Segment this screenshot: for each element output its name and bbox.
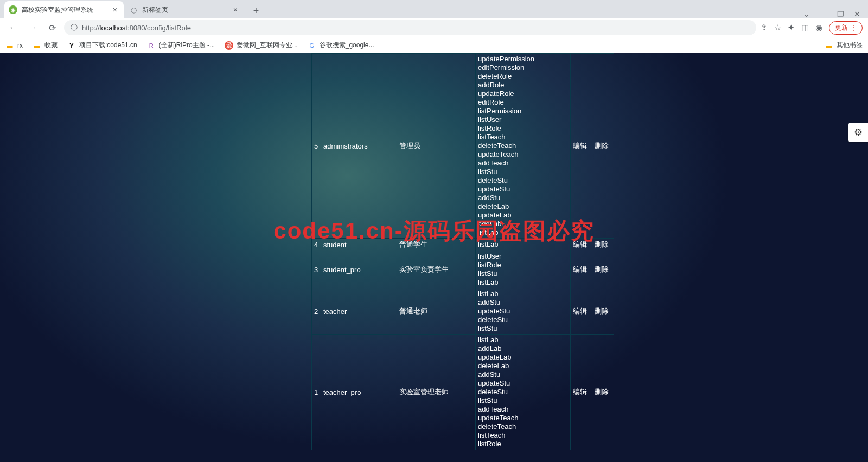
permission-item: addStu bbox=[478, 370, 568, 379]
tab-title: 新标签页 bbox=[142, 5, 168, 15]
site-icon: G bbox=[308, 41, 316, 50]
role-desc-cell: 实验室负责学生 bbox=[397, 251, 476, 288]
bookmark-label: (全新)RiPro主题 -... bbox=[159, 41, 215, 50]
menu-dots-icon: ⋮ bbox=[850, 24, 857, 31]
role-id-cell: 1 bbox=[312, 335, 321, 450]
info-icon: ⓘ bbox=[71, 23, 78, 33]
new-tab-button[interactable]: + bbox=[248, 3, 264, 18]
edit-link[interactable]: 编辑 bbox=[573, 265, 587, 273]
permission-item: listLab bbox=[478, 290, 568, 298]
role-perms-cell: listLabaddStuupdateStudeleteStulistStu bbox=[476, 288, 571, 335]
permission-item: addStu bbox=[478, 194, 568, 202]
other-bookmarks[interactable]: ▬其他书签 bbox=[825, 41, 863, 50]
permission-item: addLab bbox=[478, 344, 568, 353]
edit-link[interactable]: 编辑 bbox=[573, 240, 587, 248]
bookmark-label: rx bbox=[17, 42, 23, 49]
close-window-icon[interactable]: ✕ bbox=[854, 10, 860, 18]
role-id-cell: 3 bbox=[312, 251, 321, 288]
share-icon[interactable]: ⇪ bbox=[761, 23, 768, 33]
edit-cell: 编辑 bbox=[571, 239, 592, 251]
bookmarks-bar: ▬rx ▬收藏 Y项目下载:code51.cn R(全新)RiPro主题 -..… bbox=[0, 37, 868, 53]
edit-link[interactable]: 编辑 bbox=[573, 142, 587, 150]
edit-cell: 编辑 bbox=[571, 288, 592, 335]
permission-item: listPermission bbox=[478, 107, 568, 116]
permission-item: updateLab bbox=[478, 211, 568, 220]
permission-item: listLab bbox=[478, 278, 568, 287]
update-button[interactable]: 更新 ⋮ bbox=[829, 21, 863, 35]
gear-icon: ⚙ bbox=[854, 126, 863, 138]
page-content: code51.cn-源码乐园盗图必究 5administrators管理员upd… bbox=[0, 53, 868, 462]
permission-item: listTeach bbox=[478, 431, 568, 440]
bookmark-label: 其他书签 bbox=[837, 41, 863, 50]
tab-title: 高校实验室监控管理系统 bbox=[22, 5, 93, 15]
extensions-icon[interactable]: ✦ bbox=[788, 23, 795, 33]
bookmark-label: 爱微网_互联网专业... bbox=[237, 41, 298, 50]
permission-item: addRole bbox=[478, 81, 568, 89]
url-host: localhost bbox=[100, 24, 127, 32]
back-button[interactable]: ← bbox=[5, 20, 21, 35]
role-perms-cell: listUserlistRolelistStulistLab bbox=[476, 251, 571, 288]
delete-cell: 删除 bbox=[592, 54, 614, 239]
star-icon[interactable]: ☆ bbox=[774, 23, 781, 33]
permission-item: deleteTeach bbox=[478, 142, 568, 150]
bookmark-item[interactable]: G谷歌搜索_google... bbox=[308, 41, 374, 50]
permission-item: listLab bbox=[478, 228, 568, 237]
permission-item: listRole bbox=[478, 124, 568, 133]
delete-link[interactable]: 删除 bbox=[595, 388, 609, 396]
table-row: 5administrators管理员updatePermissioneditPe… bbox=[312, 54, 614, 239]
permission-item: listStu bbox=[478, 270, 568, 278]
close-icon[interactable]: × bbox=[111, 5, 119, 14]
delete-link[interactable]: 删除 bbox=[595, 142, 609, 150]
browser-tab[interactable]: ◯ 新标签页 × bbox=[125, 1, 244, 18]
permission-item: deleteTeach bbox=[478, 422, 568, 431]
reload-button[interactable]: ⟳ bbox=[44, 20, 60, 35]
delete-link[interactable]: 删除 bbox=[595, 265, 609, 273]
bookmark-item[interactable]: Y项目下载:code51.cn bbox=[67, 41, 137, 50]
role-desc-cell: 实验室管理老师 bbox=[397, 335, 476, 450]
profile-icon[interactable]: ◉ bbox=[815, 23, 822, 33]
role-perms-cell: updatePermissioneditPermissiondeleteRole… bbox=[476, 54, 571, 239]
browser-tab-active[interactable]: ◉ 高校实验室监控管理系统 × bbox=[4, 1, 124, 18]
edit-cell: 编辑 bbox=[571, 335, 592, 450]
permission-item: deleteStu bbox=[478, 316, 568, 324]
side-panel-icon[interactable]: ◫ bbox=[801, 23, 809, 33]
edit-cell: 编辑 bbox=[571, 251, 592, 288]
delete-link[interactable]: 删除 bbox=[595, 240, 609, 248]
role-id-cell: 5 bbox=[312, 54, 321, 239]
settings-float-button[interactable]: ⚙ bbox=[848, 123, 868, 142]
url-path: /config/listRole bbox=[145, 24, 191, 32]
minimize-icon[interactable]: — bbox=[820, 10, 827, 18]
permission-item: deleteLab bbox=[478, 202, 568, 211]
window-controls: ⌄ — ❐ ✕ bbox=[803, 10, 868, 18]
url-scheme: http:// bbox=[82, 24, 100, 32]
edit-link[interactable]: 编辑 bbox=[573, 307, 587, 315]
permission-item: listStu bbox=[478, 168, 568, 176]
bookmark-item[interactable]: ▬rx bbox=[5, 41, 23, 50]
permission-item: editPermission bbox=[478, 63, 568, 72]
delete-link[interactable]: 删除 bbox=[595, 307, 609, 315]
role-table: 5administrators管理员updatePermissioneditPe… bbox=[311, 53, 614, 450]
permission-item: listRole bbox=[478, 440, 568, 448]
browser-chrome: ◉ 高校实验室监控管理系统 × ◯ 新标签页 × + ⌄ — ❐ ✕ ← → ⟳… bbox=[0, 0, 868, 53]
delete-cell: 删除 bbox=[592, 288, 614, 335]
bookmark-label: 项目下载:code51.cn bbox=[79, 41, 137, 50]
chevron-down-icon[interactable]: ⌄ bbox=[803, 10, 810, 18]
url-input[interactable]: ⓘ http://localhost:8080/config/listRole bbox=[64, 20, 756, 35]
edit-link[interactable]: 编辑 bbox=[573, 388, 587, 396]
forward-button[interactable]: → bbox=[25, 20, 40, 35]
site-icon: Y bbox=[67, 41, 76, 50]
delete-cell: 删除 bbox=[592, 251, 614, 288]
table-row: 2teacher普通老师listLabaddStuupdateStudelete… bbox=[312, 288, 614, 335]
permission-item: listLab bbox=[478, 240, 568, 249]
table-row: 1teacher_pro实验室管理老师listLabaddLabupdateLa… bbox=[312, 335, 614, 450]
bookmark-label: 收藏 bbox=[44, 41, 58, 50]
bookmark-item[interactable]: ▬收藏 bbox=[33, 41, 58, 50]
permission-item: deleteStu bbox=[478, 388, 568, 396]
site-icon: R bbox=[147, 41, 156, 50]
table-row: 4student普通学生listLab编辑删除 bbox=[312, 239, 614, 251]
bookmark-label: 谷歌搜索_google... bbox=[320, 41, 374, 50]
bookmark-item[interactable]: 爱爱微网_互联网专业... bbox=[225, 41, 298, 50]
bookmark-item[interactable]: R(全新)RiPro主题 -... bbox=[147, 41, 215, 50]
maximize-icon[interactable]: ❐ bbox=[837, 10, 844, 18]
close-icon[interactable]: × bbox=[231, 5, 240, 14]
